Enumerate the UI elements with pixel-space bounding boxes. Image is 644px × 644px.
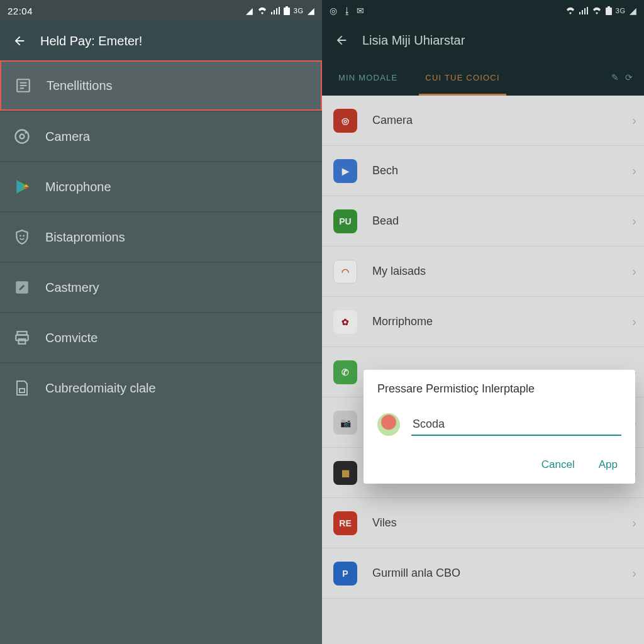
app-icon: ▶ — [333, 159, 357, 183]
signal-triangle-icon: ◢ — [630, 6, 637, 15]
wifi-icon-2 — [592, 7, 602, 14]
right-header: ◎ ⭳ ✉ 3G ◢ — [322, 0, 644, 96]
svg-point-17 — [19, 235, 21, 236]
svg-point-18 — [23, 235, 25, 236]
network-badge: 3G — [294, 7, 304, 14]
edit-icon — [13, 278, 31, 297]
confirm-button[interactable]: App — [595, 453, 621, 476]
chevron-right-icon: › — [632, 314, 636, 329]
dialog-actions: Cancel App — [377, 442, 621, 476]
svg-rect-2 — [276, 8, 277, 14]
wifi-icon — [565, 7, 575, 14]
settings-item-label: Bistapromions — [45, 230, 125, 245]
download-icon: ⭳ — [343, 6, 352, 15]
svg-point-11 — [20, 135, 25, 139]
clock: 22:04 — [8, 6, 33, 16]
chevron-right-icon: › — [632, 566, 636, 580]
svg-rect-25 — [582, 10, 583, 14]
app-label: Morriphome — [372, 315, 632, 328]
app-list[interactable]: ◎Camera›▶Bech›PUBead›◠My laisads›✿Morrip… — [322, 96, 644, 599]
battery-icon — [284, 6, 290, 15]
refresh-small-icon[interactable]: ⟳ — [625, 72, 633, 82]
app-row[interactable]: ◎Camera› — [322, 96, 644, 146]
app-row[interactable]: ▶Bech› — [322, 146, 644, 196]
network-badge: 3G — [616, 7, 626, 14]
settings-item-label: Comvicte — [45, 331, 97, 345]
battery-icon — [606, 6, 612, 15]
settings-item-castmery[interactable]: Castmery — [0, 262, 322, 312]
app-label: Camera — [372, 114, 632, 127]
chevron-right-icon: › — [632, 164, 636, 178]
left-pane: 22:04 ◢ 3G ◢ Held Pay: Emeter! Ten — [0, 0, 322, 644]
app-icon: 📷 — [333, 411, 357, 435]
app-icon: PU — [333, 209, 357, 233]
camera-target-icon — [13, 127, 31, 146]
svg-point-12 — [25, 132, 26, 134]
app-icon: RE — [333, 511, 357, 535]
settings-item-comvicte[interactable]: Comvicte — [0, 312, 322, 362]
page-title: Lisia Miji Uhiarstar — [362, 33, 465, 48]
status-icons-right-left: ◎ ⭳ ✉ — [330, 6, 365, 15]
status-icons-left: ◢ 3G ◢ — [246, 6, 314, 15]
signal-triangle-icon-2: ◢ — [308, 6, 315, 15]
permission-dialog: Pressare Permistioç Inlerptaple Cancel A… — [364, 370, 635, 484]
tab-bar: MIN MODALE CUI TUE COIOCI ✎ ⟳ — [322, 59, 644, 96]
app-row[interactable]: REViles› — [322, 498, 644, 548]
app-row[interactable]: ◠My laisads› — [322, 247, 644, 297]
app-icon: P — [333, 562, 357, 586]
app-label: Gurmill anla CBO — [372, 567, 632, 580]
tab-minmodale[interactable]: MIN MODALE — [325, 59, 411, 96]
dialog-input-row — [377, 413, 621, 436]
sync-icon: ◎ — [330, 6, 338, 15]
app-label: Bech — [372, 164, 632, 177]
settings-item-tenellittions[interactable]: Tenellittions — [0, 60, 322, 111]
app-label: Viles — [372, 516, 632, 530]
page-title: Held Pay: Emeter! — [40, 34, 142, 48]
edit-small-icon[interactable]: ✎ — [611, 72, 619, 82]
chevron-right-icon: › — [632, 264, 636, 279]
settings-item-label: Camera — [45, 130, 90, 144]
home-sd-icon — [13, 379, 31, 397]
app-row[interactable]: PGurmill anla CBO› — [322, 548, 644, 599]
dialog-text-input[interactable] — [411, 414, 621, 436]
mail-icon: ✉ — [357, 6, 365, 15]
back-button[interactable] — [331, 30, 352, 51]
svg-rect-3 — [279, 7, 280, 14]
cancel-button[interactable]: Cancel — [538, 453, 579, 476]
svg-point-10 — [16, 130, 29, 143]
play-store-icon — [13, 177, 31, 196]
settings-item-cubredomiaity[interactable]: Cubredomiaity clale — [0, 362, 322, 413]
status-icons-right: 3G ◢ — [565, 6, 636, 15]
cell-signal-icon — [579, 7, 588, 14]
tab-cuituecoioci[interactable]: CUI TUE COIOCI — [411, 59, 513, 96]
wifi-icon — [257, 7, 267, 14]
status-bar-right: ◎ ⭳ ✉ 3G ◢ — [322, 0, 644, 21]
shield-icon — [13, 228, 31, 247]
svg-rect-26 — [584, 8, 586, 14]
settings-item-camera[interactable]: Camera — [0, 111, 322, 161]
back-button[interactable] — [9, 30, 30, 52]
avatar-icon — [377, 413, 400, 436]
app-row[interactable]: ✿Morriphome› — [322, 297, 644, 347]
svg-rect-4 — [286, 6, 288, 8]
signal-triangle-icon: ◢ — [246, 6, 253, 15]
chevron-right-icon: › — [632, 516, 636, 530]
right-pane: ◎ ⭳ ✉ 3G ◢ — [322, 0, 644, 644]
svg-rect-23 — [19, 389, 25, 392]
news-icon — [14, 76, 33, 95]
app-row[interactable]: PUBead› — [322, 196, 644, 247]
app-label: Bead — [372, 214, 632, 228]
settings-item-microphone[interactable]: Microphone — [0, 161, 322, 211]
tab-label: MIN MODALE — [338, 73, 397, 82]
svg-rect-24 — [579, 12, 580, 14]
settings-item-label: Cubredomiaity clale — [45, 381, 156, 396]
settings-list: Tenellittions Camera Microphone Bistapro… — [0, 60, 322, 413]
settings-item-bistapromions[interactable]: Bistapromions — [0, 211, 322, 262]
app-icon: ▦ — [333, 461, 357, 485]
settings-item-label: Microphone — [45, 180, 111, 194]
app-icon: ◠ — [333, 260, 357, 284]
tab-label: CUI TUE COIOCI — [425, 73, 499, 82]
svg-marker-14 — [16, 180, 24, 194]
settings-item-label: Castmery — [45, 280, 99, 295]
chevron-right-icon: › — [632, 113, 636, 128]
